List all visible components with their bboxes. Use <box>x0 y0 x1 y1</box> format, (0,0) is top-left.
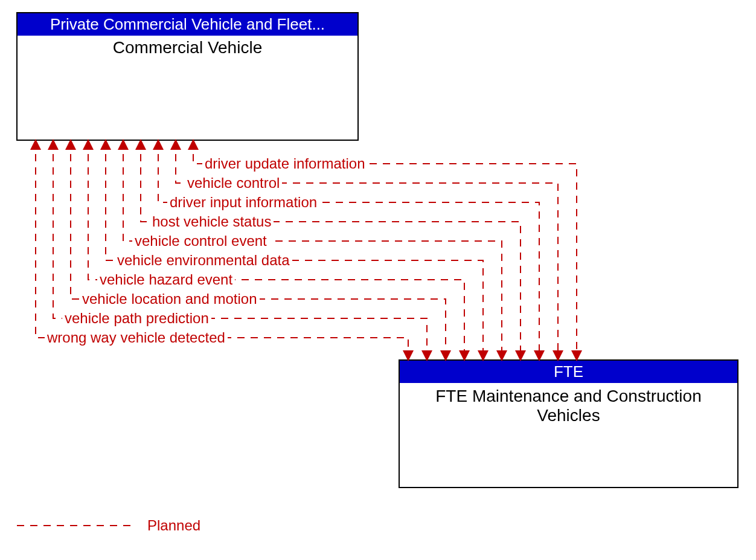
flow-label-vehicle-path-prediction: vehicle path prediction <box>62 310 211 327</box>
node-commercial-vehicle[interactable]: Private Commercial Vehicle and Fleet... … <box>16 12 359 141</box>
legend-planned-label: Planned <box>147 517 200 534</box>
node-commercial-vehicle-header: Private Commercial Vehicle and Fleet... <box>18 13 357 36</box>
flow-label-vehicle-control: vehicle control <box>185 175 282 191</box>
flow-label-driver-update-information: driver update information <box>202 155 367 172</box>
flow-label-vehicle-hazard-event: vehicle hazard event <box>97 271 235 288</box>
flow-label-vehicle-control-event: vehicle control event <box>132 233 269 249</box>
flow-label-driver-input-information: driver input information <box>167 194 319 211</box>
node-commercial-vehicle-title: Commercial Vehicle <box>18 36 357 60</box>
flow-label-host-vehicle-status: host vehicle status <box>150 213 274 230</box>
flow-label-vehicle-environmental-data: vehicle environmental data <box>115 252 292 269</box>
node-fte-vehicles-title: FTE Maintenance and Construction Vehicle… <box>400 383 737 428</box>
node-fte-vehicles-header: FTE <box>400 361 737 383</box>
flow-label-wrong-way-vehicle-detected: wrong way vehicle detected <box>45 329 228 346</box>
node-fte-vehicles[interactable]: FTE FTE Maintenance and Construction Veh… <box>399 359 738 488</box>
flow-label-vehicle-location-and-motion: vehicle location and motion <box>80 291 260 307</box>
